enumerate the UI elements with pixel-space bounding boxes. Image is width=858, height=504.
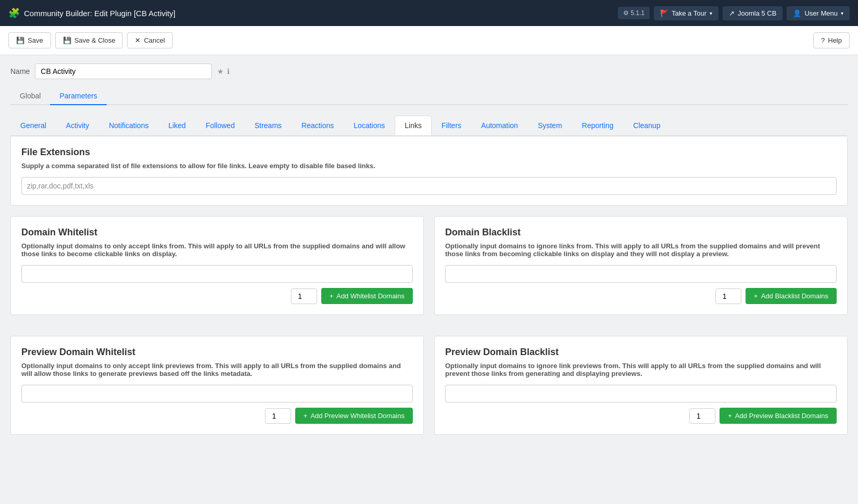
- user-menu-label: User Menu: [804, 9, 838, 17]
- primary-tabs: Global Parameters: [10, 87, 848, 105]
- tab-global[interactable]: Global: [10, 87, 50, 105]
- add-whitelist-label: Add Whitelist Domains: [336, 292, 405, 300]
- add-preview-blacklist-label: Add Preview Blacklist Domains: [735, 412, 828, 420]
- tab-locations[interactable]: Locations: [344, 116, 395, 135]
- version-badge: ⚙ 5.1.1: [618, 7, 650, 19]
- add-preview-blacklist-button[interactable]: + Add Preview Blacklist Domains: [720, 408, 837, 424]
- help-label: Help: [828, 36, 842, 44]
- tab-system[interactable]: System: [528, 116, 572, 135]
- name-icons: ★ ℹ: [217, 67, 230, 75]
- file-extensions-input[interactable]: [21, 177, 837, 195]
- cancel-icon: ✕: [135, 36, 141, 44]
- tab-automation[interactable]: Automation: [471, 116, 528, 135]
- main-content: Name ★ ℹ Global Parameters General Activ…: [0, 55, 858, 464]
- domain-blacklist-desc: Optionally input domains to ignore links…: [445, 242, 837, 258]
- save-close-label: Save & Close: [74, 36, 116, 44]
- tab-parameters[interactable]: Parameters: [50, 87, 106, 105]
- navbar-brand: 🧩 Community Builder: Edit Plugin [CB Act…: [8, 7, 612, 19]
- info-icon: ℹ: [227, 67, 230, 75]
- add-whitelist-domains-button[interactable]: + Add Whitelist Domains: [321, 288, 413, 304]
- save-icon: 💾: [16, 36, 24, 44]
- name-row: Name ★ ℹ: [10, 64, 848, 79]
- domain-whitelist-count[interactable]: [291, 288, 317, 304]
- take-a-tour-button[interactable]: 🚩 Take a Tour ▾: [654, 6, 718, 20]
- add-blacklist-domains-button[interactable]: + Add Blacklist Domains: [746, 288, 837, 304]
- cancel-button[interactable]: ✕ Cancel: [127, 32, 172, 48]
- preview-whitelist-card: Preview Domain Whitelist Optionally inpu…: [10, 336, 424, 435]
- domain-blacklist-count[interactable]: [715, 288, 741, 304]
- name-input[interactable]: [35, 64, 212, 79]
- preview-blacklist-title: Preview Domain Blacklist: [445, 347, 837, 358]
- file-extensions-card: File Extensions Supply a comma separated…: [10, 136, 848, 206]
- tab-reporting[interactable]: Reporting: [572, 116, 624, 135]
- joomla-label: Joomla 5 CB: [738, 9, 776, 17]
- add-preview-whitelist-label: Add Preview Whitelist Domains: [310, 412, 405, 420]
- preview-blacklist-desc: Optionally input domains to ignore link …: [445, 362, 837, 377]
- navbar: 🧩 Community Builder: Edit Plugin [CB Act…: [0, 0, 858, 26]
- puzzle-icon: 🧩: [8, 7, 20, 19]
- user-menu-button[interactable]: 👤 User Menu ▾: [787, 6, 850, 20]
- tab-reactions[interactable]: Reactions: [292, 116, 344, 135]
- preview-whitelist-desc: Optionally input domains to only accept …: [21, 362, 413, 377]
- chevron-down-icon: ▾: [710, 10, 712, 16]
- tab-liked[interactable]: Liked: [158, 116, 195, 135]
- user-chevron-icon: ▾: [841, 10, 843, 16]
- file-extensions-title: File Extensions: [21, 147, 837, 158]
- tab-notifications[interactable]: Notifications: [99, 116, 158, 135]
- help-icon: ?: [821, 36, 825, 44]
- tab-streams[interactable]: Streams: [245, 116, 292, 135]
- save-label: Save: [28, 36, 43, 44]
- preview-blacklist-input[interactable]: [445, 385, 837, 402]
- preview-whitelist-title: Preview Domain Whitelist: [21, 347, 413, 358]
- external-link-icon: ↗: [729, 9, 735, 17]
- plus-icon-pw: +: [304, 412, 308, 420]
- navbar-title: Community Builder: Edit Plugin [CB Activ…: [24, 9, 175, 18]
- tab-activity[interactable]: Activity: [56, 116, 99, 135]
- cancel-label: Cancel: [144, 36, 165, 44]
- tab-general[interactable]: General: [10, 116, 56, 135]
- tour-icon: 🚩: [660, 9, 668, 17]
- toolbar: 💾 Save 💾 Save & Close ✕ Cancel ? Help: [0, 26, 858, 55]
- preview-whitelist-add-row: + Add Preview Whitelist Domains: [21, 408, 413, 424]
- tab-followed[interactable]: Followed: [196, 116, 245, 135]
- tab-filters[interactable]: Filters: [432, 116, 471, 135]
- domain-blacklist-card: Domain Blacklist Optionally input domain…: [434, 216, 848, 315]
- domain-blacklist-add-row: + Add Blacklist Domains: [445, 288, 837, 304]
- preview-blacklist-count[interactable]: [689, 408, 715, 424]
- help-button[interactable]: ? Help: [813, 32, 850, 48]
- save-button[interactable]: 💾 Save: [8, 32, 51, 48]
- tab-links[interactable]: Links: [395, 116, 432, 135]
- save-close-icon: 💾: [63, 36, 71, 44]
- navbar-right: ⚙ 5.1.1 🚩 Take a Tour ▾ ↗ Joomla 5 CB 👤 …: [618, 6, 850, 20]
- domain-whitelist-card: Domain Whitelist Optionally input domain…: [10, 216, 424, 315]
- plus-icon-pb: +: [728, 412, 732, 420]
- tab-cleanup[interactable]: Cleanup: [623, 116, 670, 135]
- tour-label: Take a Tour: [672, 9, 706, 17]
- domain-lists: Domain Whitelist Optionally input domain…: [10, 216, 848, 325]
- preview-domain-lists: Preview Domain Whitelist Optionally inpu…: [10, 336, 848, 445]
- secondary-tabs: General Activity Notifications Liked Fol…: [10, 116, 848, 136]
- plus-icon-bl: +: [754, 292, 758, 300]
- add-blacklist-label: Add Blacklist Domains: [761, 292, 828, 300]
- plus-icon: +: [330, 292, 334, 300]
- domain-whitelist-desc: Optionally input domains to only accept …: [21, 242, 413, 258]
- star-icon[interactable]: ★: [217, 67, 224, 75]
- domain-whitelist-input[interactable]: [21, 265, 413, 283]
- save-close-button[interactable]: 💾 Save & Close: [55, 32, 123, 48]
- preview-blacklist-card: Preview Domain Blacklist Optionally inpu…: [434, 336, 848, 435]
- domain-blacklist-input[interactable]: [445, 265, 837, 283]
- preview-whitelist-count[interactable]: [265, 408, 291, 424]
- add-preview-whitelist-button[interactable]: + Add Preview Whitelist Domains: [295, 408, 413, 424]
- domain-blacklist-title: Domain Blacklist: [445, 227, 837, 238]
- joomla-cb-button[interactable]: ↗ Joomla 5 CB: [723, 6, 783, 20]
- domain-whitelist-add-row: + Add Whitelist Domains: [21, 288, 413, 304]
- preview-whitelist-input[interactable]: [21, 385, 413, 402]
- file-extensions-desc: Supply a comma separated list of file ex…: [21, 162, 837, 170]
- name-label: Name: [10, 67, 30, 75]
- user-icon: 👤: [793, 9, 801, 17]
- preview-blacklist-add-row: + Add Preview Blacklist Domains: [445, 408, 837, 424]
- domain-whitelist-title: Domain Whitelist: [21, 227, 413, 238]
